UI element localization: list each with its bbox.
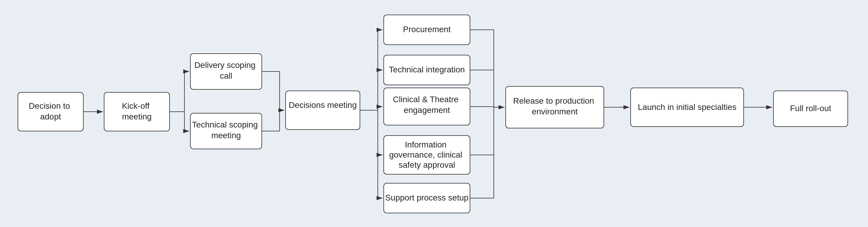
svg-text:Support process setup: Support process setup bbox=[385, 193, 468, 202]
svg-rect-5 bbox=[104, 92, 169, 131]
svg-text:Technical integration: Technical integration bbox=[389, 65, 465, 74]
svg-text:Launch in initial specialties: Launch in initial specialties bbox=[638, 103, 737, 112]
svg-rect-2 bbox=[18, 92, 83, 131]
svg-text:Full roll-out: Full roll-out bbox=[790, 104, 831, 113]
diagram-svg: Decision to adopt Kick-off meeting Deliv… bbox=[0, 0, 868, 227]
svg-text:Decisions meeting: Decisions meeting bbox=[289, 101, 357, 110]
svg-text:Procurement: Procurement bbox=[403, 25, 451, 34]
diagram-container: Decision to adopt Kick-off meeting Deliv… bbox=[0, 0, 868, 227]
svg-rect-21 bbox=[285, 91, 360, 130]
